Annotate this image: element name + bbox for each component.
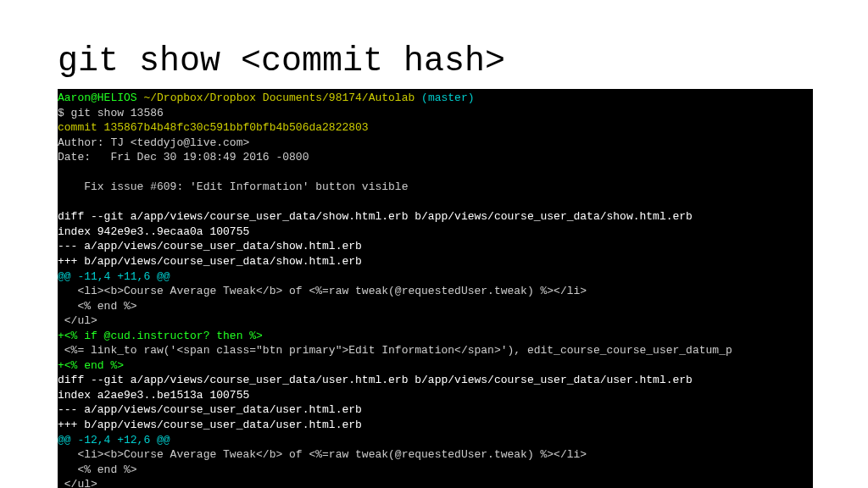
diff2-file-minus: --- a/app/views/course_user_data/user.ht… bbox=[58, 403, 362, 416]
terminal-output: Aaron@HELIOS ~/Dropbox/Dropbox Documents… bbox=[58, 89, 813, 488]
commit-author: Author: TJ <teddyjo@live.com> bbox=[58, 136, 249, 149]
commit-date: Date: Fri Dec 30 19:08:49 2016 -0800 bbox=[58, 151, 309, 164]
slide-title: git show <commit hash> bbox=[58, 42, 810, 80]
diff1-header: diff --git a/app/views/course_user_data/… bbox=[58, 210, 693, 223]
diff1-context-line: <li><b>Course Average Tweak</b> of <%=ra… bbox=[58, 285, 587, 297]
diff2-context-line: <% end %> bbox=[58, 463, 137, 476]
diff1-context-line: <% end %> bbox=[58, 300, 137, 313]
diff1-hunk: @@ -11,4 +11,6 @@ bbox=[58, 270, 170, 283]
diff2-file-plus: +++ b/app/views/course_user_data/user.ht… bbox=[58, 419, 362, 431]
diff1-context-line: </ul> bbox=[58, 314, 97, 327]
prompt-user: Aaron@HELIOS bbox=[58, 92, 137, 104]
prompt-branch: (master) bbox=[415, 92, 474, 104]
diff2-context-line: <li><b>Course Average Tweak</b> of <%=ra… bbox=[58, 448, 587, 461]
diff1-context-line: <%= link_to raw('<span class="btn primar… bbox=[58, 344, 732, 357]
diff2-context-line: </ul> bbox=[58, 478, 97, 488]
diff1-added-line: +<% end %> bbox=[58, 359, 124, 372]
diff1-file-minus: --- a/app/views/course_user_data/show.ht… bbox=[58, 240, 362, 252]
diff2-hunk: @@ -12,4 +12,6 @@ bbox=[58, 434, 170, 446]
prompt-path: ~/Dropbox/Dropbox Documents/98174/Autola… bbox=[137, 92, 415, 104]
diff2-header: diff --git a/app/views/course_user_data/… bbox=[58, 374, 693, 386]
diff1-file-plus: +++ b/app/views/course_user_data/show.ht… bbox=[58, 255, 362, 268]
diff2-index: index a2ae9e3..be1513a 100755 bbox=[58, 389, 249, 402]
diff1-index: index 942e9e3..9ecaa0a 100755 bbox=[58, 225, 249, 238]
commit-message: Fix issue #609: 'Edit Information' butto… bbox=[58, 180, 408, 193]
commit-hash: commit 135867b4b48fc30c591bbf0bfb4b506da… bbox=[58, 121, 369, 134]
command-line: $ git show 13586 bbox=[58, 107, 164, 119]
diff1-added-line: +<% if @cud.instructor? then %> bbox=[58, 330, 263, 342]
